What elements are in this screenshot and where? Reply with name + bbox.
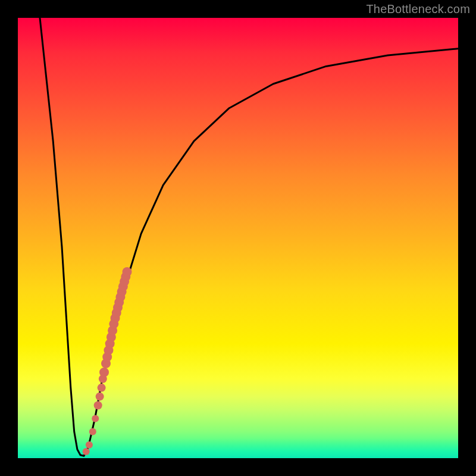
highlight-dot [94, 401, 102, 409]
highlight-dot [89, 428, 96, 436]
highlight-dots [83, 267, 132, 455]
watermark-text: TheBottleneck.com [366, 2, 470, 16]
highlight-dot [96, 392, 104, 400]
highlight-dot [123, 267, 132, 277]
highlight-dot [83, 448, 90, 455]
chart-frame: TheBottleneck.com [0, 0, 476, 476]
highlight-dot [92, 415, 99, 422]
highlight-dot [98, 384, 106, 392]
highlight-dot [86, 441, 93, 449]
plot-area [18, 18, 458, 458]
highlight-dot [99, 368, 109, 377]
chart-svg [18, 18, 458, 458]
